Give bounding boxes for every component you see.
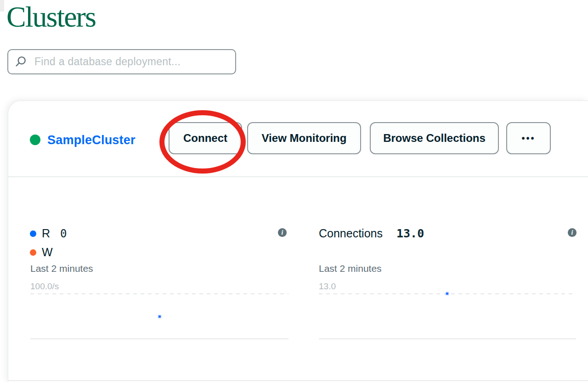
search-input[interactable] xyxy=(34,55,229,68)
search-box[interactable] xyxy=(7,49,236,74)
operations-data-point xyxy=(158,315,161,318)
connections-ymax-label: 13.0 xyxy=(319,281,336,292)
connections-value: 13.0 xyxy=(396,227,424,240)
connections-chart-baseline xyxy=(319,338,576,339)
write-legend-dot xyxy=(30,249,36,256)
view-monitoring-button[interactable]: View Monitoring xyxy=(247,122,361,154)
read-legend-label: R xyxy=(42,227,50,240)
search-icon xyxy=(15,56,27,68)
connections-title: Connections xyxy=(319,227,383,240)
card-section-divider xyxy=(8,380,588,381)
operations-ymax-label: 100.0/s xyxy=(30,281,59,292)
cluster-name-link[interactable]: SampleCluster xyxy=(47,133,136,147)
legend-row-read: R 0 xyxy=(30,227,67,240)
operations-info-icon[interactable]: i xyxy=(278,228,287,237)
more-options-button[interactable]: ••• xyxy=(506,122,551,154)
legend-row-write: W xyxy=(30,246,53,259)
browse-collections-button[interactable]: Browse Collections xyxy=(370,122,499,154)
connect-button[interactable]: Connect xyxy=(169,122,242,154)
connections-header: Connections 13.0 xyxy=(319,227,424,240)
operations-chart-baseline xyxy=(30,338,288,339)
operations-timeframe: Last 2 minutes xyxy=(30,263,93,274)
screen-edge-artifact xyxy=(0,0,4,11)
cluster-status-dot xyxy=(30,135,40,145)
read-legend-value: 0 xyxy=(60,227,67,240)
page-title: Clusters xyxy=(6,1,96,33)
connections-data-point xyxy=(446,292,448,295)
card-header-divider xyxy=(8,176,588,177)
connections-info-icon[interactable]: i xyxy=(568,228,577,237)
operations-chart-max-gridline xyxy=(30,293,288,294)
write-legend-label: W xyxy=(42,246,53,259)
connections-timeframe: Last 2 minutes xyxy=(319,263,382,274)
read-legend-dot xyxy=(30,230,36,237)
